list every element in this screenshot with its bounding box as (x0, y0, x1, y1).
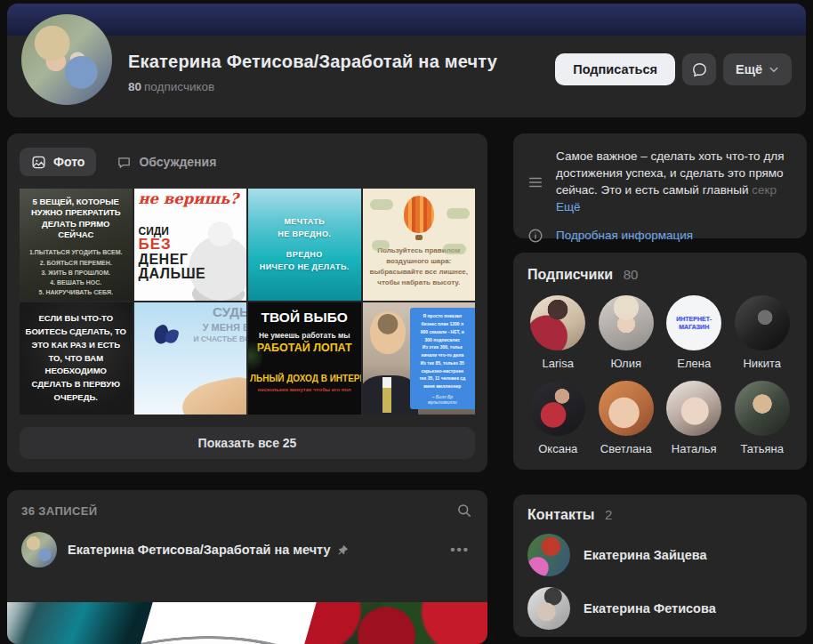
more-button[interactable]: Ещё (723, 53, 792, 85)
photo-tile-balloon[interactable]: Пользуйтесь правилом воздушного шара: вы… (363, 189, 476, 301)
cloud-illustration (443, 244, 466, 254)
contacts-section: Контакты 2 Екатерина Зайцева Екатерина Ф… (513, 495, 807, 637)
hand-illustration (179, 374, 246, 415)
subscriber-name: Елена (677, 357, 711, 370)
subscriber-item[interactable]: Наталья (664, 381, 725, 455)
contact-item[interactable]: Екатерина Фетисова (527, 587, 793, 630)
tile-word: ДАЛЬШЕ (139, 267, 206, 281)
discussion-icon (117, 155, 132, 170)
profile-avatar[interactable] (21, 14, 112, 105)
tab-photos[interactable]: Фото (20, 148, 96, 176)
post-menu-button[interactable]: ••• (447, 542, 473, 558)
photo-tile-mechtat[interactable]: МЕЧТАТЬ НЕ ВРЕДНО. ВРЕДНО НИЧЕГО НЕ ДЕЛА… (248, 189, 361, 301)
show-all-photos-button[interactable]: Показать все 25 (20, 427, 475, 459)
post-image-right (286, 602, 487, 644)
tile-line: И СЧАСТЬЕ ВСЕГ (194, 334, 246, 343)
subscriber-avatar (599, 295, 654, 350)
subscriber-name: Наталья (672, 442, 717, 455)
about-more-link[interactable]: Ещё (556, 200, 581, 213)
post-header: Екатерина Фетисова/Заработай на мечту ••… (7, 521, 487, 568)
photo-tile-boites[interactable]: ЕСЛИ ВЫ ЧТО-ТО БОИТЕСЬ СДЕЛАТЬ, ТО ЭТО К… (20, 302, 133, 415)
subscriber-item[interactable]: ИНТЕРНЕТ-МАГАЗИН Елена (664, 295, 725, 370)
portrait-illustration (370, 311, 406, 354)
tab-photos-label: Фото (53, 155, 85, 169)
subscriber-name: Татьяна (741, 442, 784, 455)
balloon-illustration (404, 196, 434, 233)
quote-panel: Я просто показал бизнес план 1200 л 900 … (410, 308, 475, 409)
tile-word: БЕЗ (139, 237, 206, 252)
tile-words: СИДИ БЕЗ ДЕНЕГ ДАЛЬШЕ (139, 226, 206, 281)
tile-line: нескольких минутах чтобы его пол (250, 387, 359, 392)
chevron-down-icon (769, 64, 779, 75)
subscribers-title[interactable]: Подписчики (527, 267, 613, 282)
tile-line: НИЧЕГО НЕ ДЕЛАТЬ. (260, 262, 350, 274)
subscriber-avatar (735, 295, 790, 350)
subscriber-name: Никита (743, 357, 781, 370)
cover-photo (7, 4, 806, 36)
subscribers-word: подписчиков (144, 80, 214, 93)
subscriber-avatar (530, 381, 585, 436)
subscriber-item[interactable]: Татьяна (732, 381, 793, 455)
photo-icon (31, 155, 46, 170)
tile-text: ЕСЛИ ВЫ ЧТО-ТО БОИТЕСЬ СДЕЛАТЬ, ТО ЭТО К… (25, 312, 127, 404)
tile-title: 5 ВЕЩЕЙ, КОТОРЫЕ НУЖНО ПРЕКРАТИТЬ ДЕЛАТЬ… (23, 197, 129, 240)
photo-tile-bill-quote[interactable]: Я просто показал бизнес план 1200 л 900 … (363, 302, 476, 415)
about-truncated-word: секр (752, 183, 777, 197)
subscriber-item[interactable]: Никита (732, 295, 793, 370)
subscribers-count: 80 (128, 80, 141, 93)
search-icon[interactable] (455, 502, 473, 519)
tile-line: МЕЧТАТЬ (284, 216, 325, 229)
subscriber-item[interactable]: Юлия (596, 295, 657, 370)
photo-tile-sudba[interactable]: СУДЬ У МЕНЯ В И СЧАСТЬЕ ВСЕГ (134, 302, 247, 415)
contact-avatar (527, 587, 570, 630)
cloud-illustration (370, 199, 393, 210)
quote-text: Я просто показал бизнес план 1200 л 900 … (415, 312, 471, 390)
page-title: Екатерина Фетисова/Заработай на мечту (128, 52, 497, 72)
subscribers-section: Подписчики 80 Larisa Юлия ИНТЕРНЕТ-МАГАЗ… (513, 253, 807, 470)
subscriber-item[interactable]: Оксана (527, 381, 589, 455)
post-author-name[interactable]: Екатерина Фетисова/Заработай на мечту (68, 543, 331, 557)
about-text: Самое важное – сделать хоть что-то для д… (556, 149, 784, 197)
contact-name: Екатерина Зайцева (584, 548, 707, 562)
posts-count: 36 ЗАПИСЕЙ (21, 504, 98, 518)
quote-signature: – Билл Бр мультимилли (415, 394, 471, 405)
tile-line: Не умеешь работать мы (250, 331, 359, 340)
tile-line: РАБОТАЙ ЛОПАТ (250, 342, 359, 354)
subscribe-button[interactable]: Подписаться (555, 53, 675, 85)
contacts-total: 2 (605, 507, 612, 522)
subscriber-name: Светлана (600, 442, 652, 455)
subscriber-avatar (735, 381, 790, 436)
photo-tile-ne-verish[interactable]: не веришь? СИДИ БЕЗ ДЕНЕГ ДАЛЬШЕ (134, 189, 247, 301)
subscriber-name: Оксана (538, 442, 577, 455)
pin-icon (337, 544, 349, 556)
post-image[interactable] (7, 602, 487, 644)
tile-line: У МЕНЯ В (203, 322, 246, 333)
subscriber-item[interactable]: Светлана (596, 381, 657, 455)
subscribers-summary: 80подписчиков (128, 80, 497, 93)
subscriber-avatar: ИНТЕРНЕТ-МАГАЗИН (666, 295, 721, 350)
subscriber-name: Юлия (611, 357, 641, 370)
more-button-label: Ещё (736, 62, 762, 76)
message-bubble-icon (691, 61, 708, 78)
message-button[interactable] (682, 53, 716, 85)
cloud-illustration (372, 240, 390, 251)
post-author-avatar[interactable] (21, 532, 57, 568)
cloud-illustration (447, 208, 470, 219)
photo-tile-tvoy-vybor[interactable]: ТВОЙ ВЫБО Не умеешь работать мы РАБОТАЙ … (248, 302, 361, 415)
tile-line: ЛЬНЫЙ ДОХОД В ИНТЕРН (250, 374, 359, 383)
section-tabs: Фото Обсуждения (7, 133, 487, 176)
subscribers-total: 80 (624, 267, 639, 282)
subscriber-item[interactable]: Larisa (527, 295, 589, 370)
contact-item[interactable]: Екатерина Зайцева (527, 534, 793, 576)
post-image-middle (141, 602, 316, 644)
tab-discussions[interactable]: Обсуждения (105, 148, 228, 176)
contacts-title[interactable]: Контакты (527, 507, 594, 522)
tile-list: 1.ПЫТАТЬСЯ УГОДИТЬ ВСЕМ. 2. БОЯТЬСЯ ПЕРЕ… (29, 247, 123, 297)
subscriber-name: Larisa (543, 357, 574, 370)
contact-name: Екатерина Фетисова (584, 601, 716, 616)
photo-tile-5-things[interactable]: 5 ВЕЩЕЙ, КОТОРЫЕ НУЖНО ПРЕКРАТИТЬ ДЕЛАТЬ… (20, 189, 133, 301)
butterfly-illustration (154, 326, 181, 347)
details-link[interactable]: Подробная информация (556, 229, 693, 242)
subscriber-avatar (666, 381, 721, 436)
about-section: Самое важное – сделать хоть что-то для д… (513, 133, 807, 238)
